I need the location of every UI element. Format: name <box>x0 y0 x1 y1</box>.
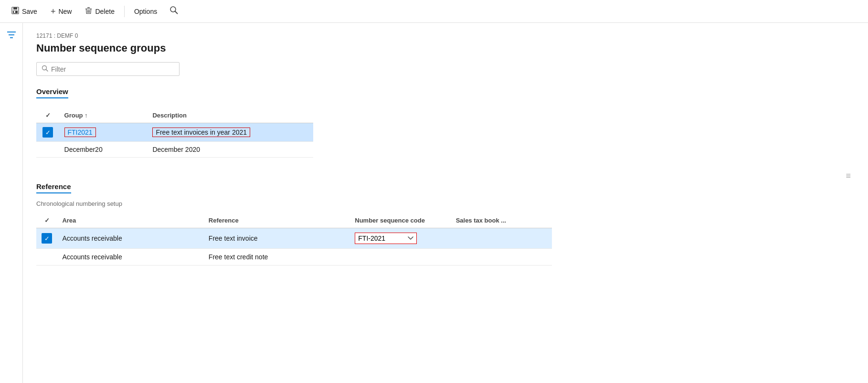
delete-label: Delete <box>95 8 114 15</box>
overview-table: ✓ Group ↑ Description ✓ FTI2021 <box>36 108 313 158</box>
reference-table-header: ✓ Area Reference Number sequence code Sa… <box>36 213 552 228</box>
options-button[interactable]: Options <box>128 5 163 18</box>
options-label: Options <box>134 8 157 15</box>
table-row[interactable]: December20 December 2020 <box>36 142 313 158</box>
numseq-input-wrap <box>355 233 417 244</box>
filter-sidebar <box>0 23 23 383</box>
overview-section-header: Overview <box>36 87 68 98</box>
description-value-1: Free text invoices in year 2021 <box>152 128 250 137</box>
filter-icon[interactable] <box>7 31 16 42</box>
salestax-cell <box>451 228 552 249</box>
ref-check-selected-icon: ✓ <box>42 233 52 244</box>
reference-table: ✓ Area Reference Number sequence code Sa… <box>36 213 552 266</box>
svg-line-15 <box>46 70 48 72</box>
reference-section-header: Reference <box>36 182 71 193</box>
breadcrumb: 12171 : DEMF 0 <box>36 32 855 39</box>
filter-search-icon <box>42 65 48 73</box>
ref-col-check: ✓ <box>36 213 57 228</box>
check-icon: ✓ <box>45 112 51 119</box>
subsection-title: Chronological numbering setup <box>36 200 855 207</box>
description-cell: December 2020 <box>148 142 313 158</box>
page-title: Number sequence groups <box>36 42 855 54</box>
group-cell[interactable]: December20 <box>60 142 148 158</box>
table-row[interactable]: ✓ FTI2021 Free text invoices in year 202… <box>36 123 313 142</box>
new-button[interactable]: + New <box>45 4 78 19</box>
ref-col-numseq: Number sequence code <box>350 213 451 228</box>
drag-handle[interactable]: ≡ <box>36 173 855 179</box>
ref-col-area: Area <box>57 213 203 228</box>
salestax-cell <box>451 249 552 266</box>
search-icon <box>169 7 178 16</box>
ref-col-reference: Reference <box>204 213 350 228</box>
ref-check-cell <box>36 249 57 266</box>
numseq-dropdown-arrow[interactable] <box>408 235 413 242</box>
save-label: Save <box>22 8 37 15</box>
toolbar: Save + New Delete Options <box>0 0 868 23</box>
numseq-cell[interactable] <box>350 228 451 249</box>
content-area: 12171 : DEMF 0 Number sequence groups Ov… <box>23 23 868 383</box>
filter-input[interactable] <box>51 65 174 73</box>
description-cell: Free text invoices in year 2021 <box>148 123 313 142</box>
group-value-1: FTI2021 <box>64 128 96 137</box>
overview-table-header: ✓ Group ↑ Description <box>36 108 313 123</box>
area-cell: Accounts receivable <box>57 249 203 266</box>
row-check-cell: ✓ <box>36 123 60 142</box>
svg-rect-5 <box>87 7 90 8</box>
reference-section: Reference Chronological numbering setup … <box>36 182 855 266</box>
numseq-cell <box>350 249 451 266</box>
svg-rect-3 <box>14 11 15 13</box>
area-cell: Accounts receivable <box>57 228 203 249</box>
check-selected-icon: ✓ <box>42 127 53 138</box>
delete-icon <box>85 7 92 16</box>
table-row[interactable]: Accounts receivable Free text credit not… <box>36 249 552 266</box>
group-cell[interactable]: FTI2021 <box>60 123 148 142</box>
save-icon <box>11 7 19 16</box>
drag-handle-icon: ≡ <box>846 171 851 181</box>
col-group[interactable]: Group ↑ <box>60 108 148 123</box>
overview-section: Overview ✓ Group ↑ Description <box>36 87 855 158</box>
ref-col-salestax: Sales tax book ... <box>451 213 552 228</box>
new-icon: + <box>51 7 56 16</box>
col-description: Description <box>148 108 313 123</box>
svg-rect-1 <box>13 7 17 10</box>
new-label: New <box>58 8 72 15</box>
svg-line-10 <box>175 11 178 14</box>
delete-button[interactable]: Delete <box>79 4 120 19</box>
reference-cell: Free text invoice <box>204 228 350 249</box>
table-row[interactable]: ✓ Accounts receivable Free text invoice <box>36 228 552 249</box>
filter-input-wrap <box>36 62 180 76</box>
reference-cell: Free text credit note <box>204 249 350 266</box>
main-layout: 12171 : DEMF 0 Number sequence groups Ov… <box>0 23 868 383</box>
group-value-2: December20 <box>64 146 103 153</box>
col-check: ✓ <box>36 108 60 123</box>
numseq-input[interactable] <box>358 234 396 242</box>
save-button[interactable]: Save <box>6 4 43 19</box>
toolbar-separator <box>124 6 125 17</box>
row-check-cell <box>36 142 60 158</box>
ref-check-cell: ✓ <box>36 228 57 249</box>
search-button[interactable] <box>165 3 183 20</box>
